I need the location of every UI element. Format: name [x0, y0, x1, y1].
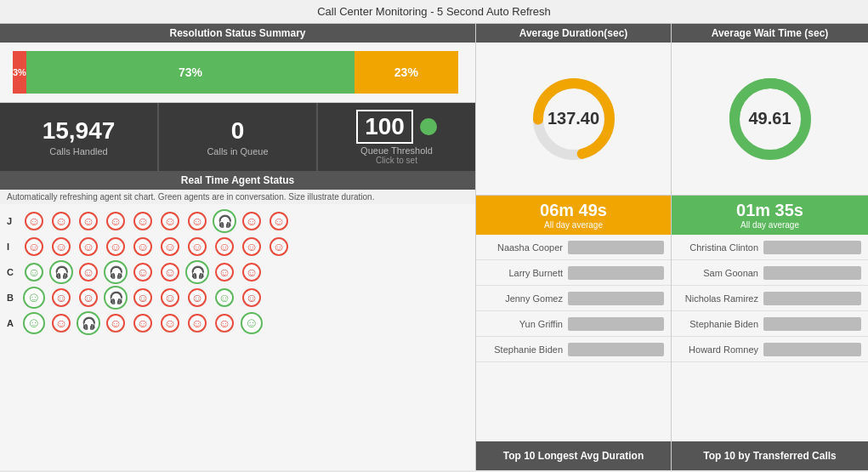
- agent-row-c: C ☺ 🎧 ☺ 🎧 ☺ ☺ 🎧 ☺ ☺: [7, 259, 468, 285]
- stats-row: 15,947 Calls Handled 0 Calls in Queue 10…: [0, 103, 475, 171]
- agent-icon: ☺: [185, 209, 209, 233]
- agent-icon: ☺: [77, 286, 100, 310]
- resolution-header: Resolution Status Summary: [0, 24, 475, 43]
- agent-icon: ☺: [77, 235, 100, 259]
- leaderboard-row-1: Naasha Cooper: [476, 235, 671, 260]
- agent-smiley: ☺: [25, 212, 43, 230]
- agent-note: Automatically refreshing agent sit chart…: [0, 190, 475, 204]
- agent-smiley: ☺: [215, 314, 234, 333]
- status-dot: [420, 118, 437, 135]
- agent-status-section: Real Time Agent Status Automatically ref…: [0, 171, 475, 470]
- leader-bar: [763, 343, 861, 356]
- agent-icon: ☺: [267, 235, 291, 259]
- agent-smiley: ☺: [52, 314, 71, 333]
- leader-name: Yun Griffin: [483, 319, 568, 329]
- leader-name: Stephanie Biden: [483, 344, 568, 355]
- top10-duration-btn[interactable]: Top 10 Longest Avg Duration: [476, 441, 671, 470]
- avg-wait-time: 01m 35s: [677, 201, 863, 220]
- bar-chart: 3% 73% 23%: [0, 43, 475, 102]
- queue-threshold-box[interactable]: 100 Queue Threshold Click to set: [318, 103, 475, 171]
- agent-smiley: ☺: [161, 263, 179, 281]
- agent-icon: ☺: [158, 286, 182, 310]
- avg-duration-banner: 06m 49s All day average: [476, 196, 671, 235]
- agent-icon: 🎧: [185, 260, 209, 284]
- agent-smiley-green: ☺: [215, 288, 234, 307]
- leader-name: Stephanie Biden: [678, 319, 763, 329]
- calls-queue-box: 0 Calls in Queue: [159, 103, 318, 171]
- agent-icon: 🎧: [77, 311, 100, 335]
- page-title: Call Center Monitoring - 5 Second Auto R…: [0, 0, 868, 24]
- leaderboard-row-4: Stephanie Biden: [672, 311, 868, 337]
- agent-icon: ☺: [77, 260, 100, 284]
- agent-icon: ☺: [240, 235, 264, 259]
- top10-wait-btn[interactable]: Top 10 by Transferred Calls: [672, 441, 868, 470]
- agent-icon: ☺: [22, 286, 46, 310]
- agent-icon: ☺: [185, 286, 209, 310]
- row-label-i: I: [7, 242, 20, 252]
- agent-icon: ☺: [158, 311, 182, 335]
- bar-red: 3%: [13, 51, 26, 94]
- agent-icon: ☺: [158, 209, 182, 233]
- agent-headset: 🎧: [185, 260, 209, 284]
- agent-headset: 🎧: [104, 286, 128, 310]
- agent-smiley: ☺: [133, 288, 152, 307]
- agent-smiley: ☺: [161, 237, 179, 256]
- row-label-j: J: [7, 216, 20, 226]
- leaderboard-row-5: Stephanie Biden: [476, 337, 671, 362]
- agent-smiley: ☺: [25, 237, 43, 256]
- agent-smiley: ☺: [242, 288, 261, 307]
- avg-duration-time: 06m 49s: [481, 201, 666, 220]
- agent-icon: ☺: [104, 235, 128, 259]
- agent-icon: ☺: [131, 235, 155, 259]
- threshold-label: Queue Threshold: [360, 145, 433, 156]
- agent-smiley: ☺: [79, 263, 98, 281]
- agent-icon: ☺: [131, 260, 155, 284]
- agent-smiley: ☺: [52, 212, 71, 230]
- agent-smiley: ☺: [79, 288, 98, 307]
- leaderboard-row-2: Larry Burnett: [476, 260, 671, 286]
- agent-icon: 🎧: [49, 260, 73, 284]
- agent-icon: ☺: [213, 260, 236, 284]
- leader-bar: [763, 266, 861, 280]
- agent-smiley: ☺: [133, 314, 152, 333]
- leaderboard-row-3: Nicholas Ramirez: [672, 286, 868, 311]
- duration-leaderboard: Naasha Cooper Larry Burnett Jenny Gomez …: [476, 235, 671, 441]
- agent-smiley-green: ☺: [23, 287, 45, 309]
- leader-bar: [568, 317, 664, 331]
- left-panel: Resolution Status Summary 3% 73% 23% 15,…: [0, 24, 476, 470]
- bar-orange: 23%: [355, 51, 458, 94]
- agent-smiley: ☺: [106, 314, 125, 333]
- agent-smiley: ☺: [79, 212, 98, 230]
- agent-smiley-green: ☺: [241, 312, 263, 334]
- agent-icon: ☺: [240, 286, 264, 310]
- leader-name: Larry Burnett: [483, 268, 568, 278]
- agent-row-j: J ☺ ☺ ☺ ☺ ☺ ☺ ☺ 🎧 ☺ ☺: [7, 208, 468, 234]
- agent-smiley: ☺: [269, 212, 288, 230]
- leader-name: Naasha Cooper: [483, 242, 568, 253]
- agent-smiley: ☺: [215, 263, 234, 281]
- agent-smiley: ☺: [242, 212, 261, 230]
- agent-icon: ☺: [104, 311, 128, 335]
- agent-icon: ☺: [131, 209, 155, 233]
- leader-bar: [763, 292, 861, 305]
- leader-bar: [763, 317, 861, 331]
- agent-smiley: ☺: [188, 212, 207, 230]
- leaderboard-row-2: Sam Goonan: [672, 260, 868, 286]
- resolution-section: Resolution Status Summary 3% 73% 23%: [0, 24, 475, 103]
- agent-icon: ☺: [240, 311, 264, 335]
- agent-smiley: ☺: [52, 288, 71, 307]
- agent-row-b: B ☺ ☺ ☺ 🎧 ☺ ☺ ☺ ☺ ☺: [7, 285, 468, 310]
- agent-smiley: ☺: [133, 212, 152, 230]
- agent-smiley: ☺: [188, 237, 207, 256]
- agent-smiley: ☺: [242, 237, 261, 256]
- leaderboard-row-3: Jenny Gomez: [476, 286, 671, 311]
- leaderboard-row-1: Christina Clinton: [672, 235, 868, 260]
- agent-smiley: ☺: [215, 237, 234, 256]
- agent-smiley: ☺: [161, 212, 179, 230]
- leader-name: Christina Clinton: [678, 242, 763, 253]
- leader-bar: [568, 292, 664, 305]
- agent-smiley: ☺: [106, 212, 125, 230]
- leader-bar: [763, 241, 861, 254]
- bar-green: 73%: [26, 51, 355, 94]
- agent-icon: 🎧: [213, 209, 236, 233]
